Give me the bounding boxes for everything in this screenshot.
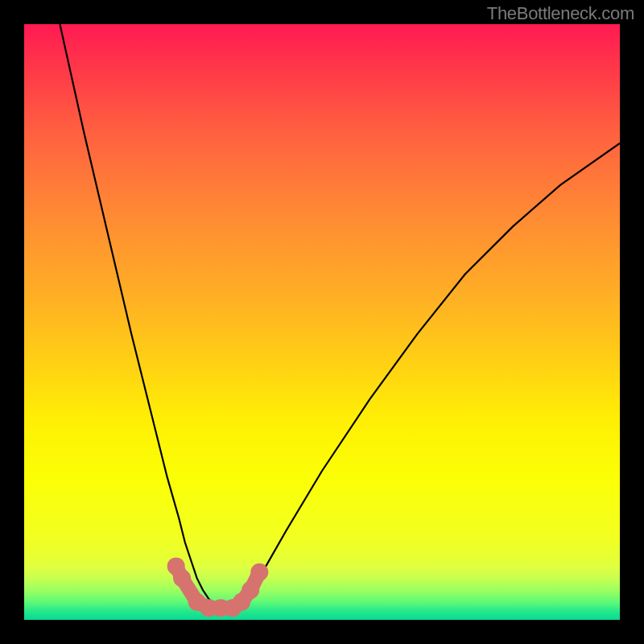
- highlight-dot: [242, 581, 259, 599]
- bottleneck-curve: [60, 24, 620, 608]
- highlight-dot: [250, 564, 268, 581]
- watermark-text: TheBottleneck.com: [487, 3, 634, 24]
- highlight-markers: [167, 557, 269, 617]
- plot-area: [24, 24, 620, 620]
- highlight-dot: [173, 569, 191, 587]
- chart-frame: TheBottleneck.com: [0, 0, 644, 644]
- curve-layer: [24, 24, 620, 620]
